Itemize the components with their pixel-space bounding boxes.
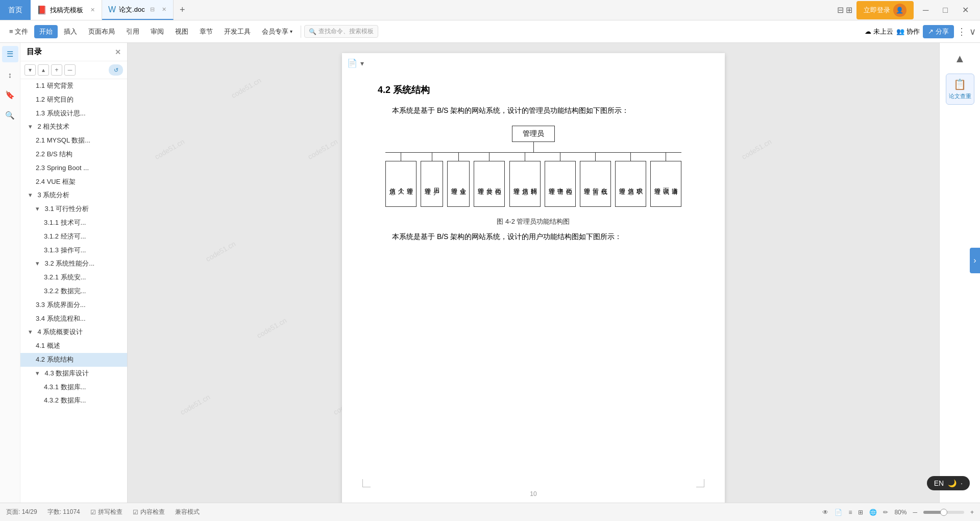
tab-template[interactable]: 📕 找稿壳模板 ✕ — [31, 0, 102, 20]
status-doc-icon[interactable]: 📄 — [835, 509, 842, 516]
search-panel-icon[interactable]: 🔍 — [2, 107, 18, 124]
spell-check-icon: ☑ — [90, 509, 96, 516]
org-children-row: 管理个人信息 用户管理 企业管理 — [385, 153, 681, 207]
cloud-sync-button[interactable]: ☁ 未上云 — [865, 27, 893, 36]
split-view-icon[interactable]: ⊟ — [837, 5, 844, 15]
tab-home[interactable]: 首页 — [0, 0, 31, 20]
zoom-increase-icon[interactable]: + — [970, 509, 974, 516]
toolbar-view[interactable]: 视图 — [170, 25, 193, 38]
collapse-all-button[interactable]: ▾ — [24, 64, 36, 76]
section-title: 4.2 系统结构 — [378, 84, 689, 96]
remove-heading-button[interactable]: ─ — [64, 64, 76, 76]
minimize-tab-icon[interactable]: ⊟ — [150, 6, 155, 13]
toolbar-search-box[interactable]: 🔍 查找命令、搜索模板 — [304, 25, 378, 38]
org-child-8: 求职信息管理 — [615, 153, 646, 207]
toc-item-4-1[interactable]: 4.1 概述 — [20, 339, 127, 353]
toc-item-2[interactable]: ▾ 2 相关技术 — [20, 120, 127, 134]
toc-item-1-2[interactable]: 1.2 研究目的 — [20, 93, 127, 107]
toolbar-chapter[interactable]: 章节 — [194, 25, 218, 38]
toc-item-3-2[interactable]: ▾ 3.2 系统性能分... — [20, 257, 127, 271]
status-bar: 页面: 14/29 字数: 11074 ☑ 拼写检查 ☑ 内容检查 兼容模式 👁… — [0, 503, 980, 521]
status-list-icon[interactable]: ≡ — [848, 509, 852, 516]
minimize-button[interactable]: ─ — [918, 6, 934, 15]
toc-item-2-1[interactable]: 2.1 MYSQL 数据... — [20, 134, 127, 148]
close-doc-tab[interactable]: ✕ — [162, 6, 166, 13]
thesis-icon: 📋 — [953, 78, 966, 90]
add-tab-button[interactable]: + — [174, 5, 191, 15]
org-node-admin-info: 管理个人信息 — [385, 161, 416, 207]
thesis-check-button[interactable]: 📋 论文查重 — [946, 74, 974, 105]
toc-item-3-1-3[interactable]: 3.1.3 操作可... — [20, 244, 127, 257]
zoom-slider-thumb[interactable] — [940, 509, 947, 516]
expand-all-button[interactable]: ▴ — [38, 64, 49, 76]
share-icon: ↗ — [928, 28, 934, 35]
close-sidebar-icon[interactable]: ✕ — [115, 48, 121, 56]
share-button[interactable]: ↗ 分享 — [923, 25, 954, 38]
toc-item-4-3-2[interactable]: 4.3.2 数据库... — [20, 394, 127, 408]
toc-panel-icon[interactable]: ☰ — [2, 46, 18, 62]
collaborate-button[interactable]: 👥 协作 — [896, 27, 920, 36]
collaborate-icon: 👥 — [896, 28, 904, 35]
toc-item-3-2-1[interactable]: 3.2.1 系统安... — [20, 271, 127, 285]
grid-view-icon[interactable]: ⊞ — [846, 5, 852, 15]
toc-item-3-4[interactable]: 3.4 系统流程和... — [20, 312, 127, 326]
toc-item-3-2-2[interactable]: 3.2.2 数据完... — [20, 285, 127, 298]
toc-item-2-2[interactable]: 2.2 B/S 结构 — [20, 148, 127, 161]
toc-item-3-1[interactable]: ▾ 3.1 可行性分析 — [20, 202, 127, 216]
toc-item-3-1-1[interactable]: 3.1.1 技术可... — [20, 216, 127, 230]
upload-panel-button[interactable]: ▲ — [946, 48, 974, 69]
close-template-tab[interactable]: ✕ — [90, 7, 95, 13]
add-heading-button[interactable]: + — [51, 64, 62, 76]
toc-item-4-2[interactable]: 4.2 系统结构 — [20, 353, 127, 367]
chart-caption: 图 4-2 管理员功能结构图 — [378, 217, 689, 226]
devtools-label: 开发工具 — [224, 27, 251, 36]
start-label: 开始 — [39, 27, 53, 36]
toc-item-3-1-2[interactable]: 3.1.2 经济可... — [20, 230, 127, 244]
status-web-icon[interactable]: 🌐 — [869, 509, 877, 516]
toc-item-2-4[interactable]: 2.4 VUE 框架 — [20, 175, 127, 189]
toc-item-1-1[interactable]: 1.1 研究背景 — [20, 79, 127, 93]
toolbar-start[interactable]: 开始 — [34, 25, 58, 38]
doc-icon: W — [108, 5, 116, 14]
sync-indicator[interactable]: ↺ — [109, 64, 123, 76]
watermark-10: code51.cn — [204, 240, 237, 263]
toc-item-2-3[interactable]: 2.3 Spring Boot ... — [20, 161, 127, 175]
nav-panel-icon[interactable]: ↕ — [2, 66, 18, 83]
toolbar-layout[interactable]: 页面布局 — [83, 25, 120, 38]
watermark-9: code51.cn — [740, 137, 773, 161]
sidebar-left-icons: ☰ ↕ 🔖 🔍 — [0, 43, 20, 503]
zoom-decrease-icon[interactable]: ─ — [913, 509, 917, 516]
status-grid-icon[interactable]: ⊞ — [858, 509, 863, 516]
close-button[interactable]: ✕ — [957, 5, 974, 15]
title-bar-right: ⊟ ⊞ 立即登录 👤 ─ □ ✕ — [837, 1, 980, 19]
toc-item-4-3[interactable]: ▾ 4.3 数据库设计 — [20, 367, 127, 381]
toolbar-reference[interactable]: 引用 — [121, 25, 144, 38]
toolbar-file[interactable]: ≡ 文件 — [4, 25, 33, 38]
toc-item-1-3[interactable]: 1.3 系统设计思... — [20, 107, 127, 121]
toc-item-4-3-1[interactable]: 4.3.1 数据库... — [20, 381, 127, 394]
floating-scroll-button[interactable]: › — [970, 248, 980, 273]
spell-check-button[interactable]: ☑ 拼写检查 — [90, 508, 122, 516]
status-eye-icon[interactable]: 👁 — [822, 509, 828, 516]
maximize-button[interactable]: □ — [938, 6, 953, 15]
toc-item-3[interactable]: ▾ 3 系统分析 — [20, 188, 127, 202]
status-edit-icon[interactable]: ✏ — [883, 509, 888, 516]
floating-lang-switcher[interactable]: EN 🌙 · — [927, 476, 970, 490]
toolbar-insert[interactable]: 插入 — [59, 25, 82, 38]
toc-item-4[interactable]: ▾ 4 系统概要设计 — [20, 325, 127, 339]
content-check-button[interactable]: ☑ 内容检查 — [133, 508, 165, 516]
login-button[interactable]: 立即登录 👤 — [856, 1, 914, 19]
zoom-slider[interactable] — [923, 511, 964, 514]
toolbar-review[interactable]: 审阅 — [145, 25, 169, 38]
toolbar-devtools[interactable]: 开发工具 — [219, 25, 256, 38]
toc-item-3-3[interactable]: 3.3 系统界面分... — [20, 298, 127, 312]
tab-doc[interactable]: W 论文.doc ⊟ ✕ — [102, 0, 174, 20]
doc-nav-arrow[interactable]: ▾ — [360, 59, 364, 67]
toolbar-member[interactable]: 会员专享 ▾ — [257, 25, 298, 38]
upload-icon: ▲ — [954, 52, 966, 65]
page-number-area: 10 — [342, 490, 725, 498]
org-root-node: 管理员 — [512, 126, 555, 142]
more-options-icon[interactable]: ⋮ — [957, 26, 966, 37]
expand-toolbar-icon[interactable]: ∨ — [969, 26, 976, 37]
bookmark-panel-icon[interactable]: 🔖 — [2, 87, 18, 103]
